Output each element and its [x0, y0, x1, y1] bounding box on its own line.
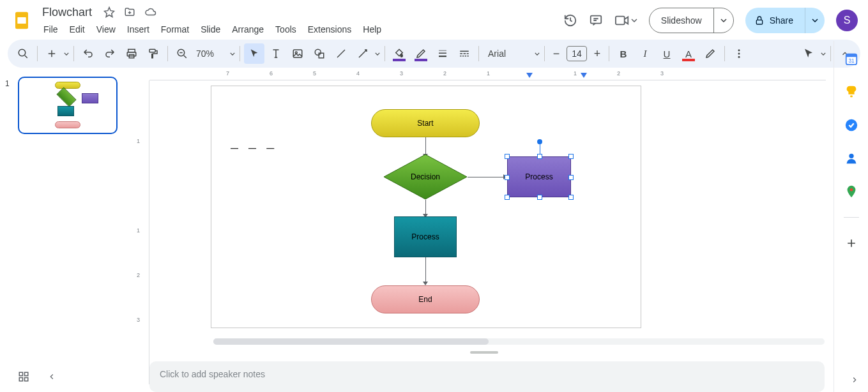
flowchart-end-shape[interactable]: End: [371, 285, 480, 313]
resize-handle-s[interactable]: [537, 195, 542, 200]
italic-button[interactable]: I: [635, 43, 655, 64]
select-tool[interactable]: [244, 43, 264, 64]
search-menus-button[interactable]: [13, 43, 33, 64]
paint-format-button[interactable]: [143, 43, 164, 64]
undo-button[interactable]: [78, 43, 98, 64]
flowchart-start-shape[interactable]: Start: [371, 109, 480, 137]
svg-rect-15: [439, 50, 446, 51]
menu-help[interactable]: Help: [358, 22, 386, 37]
speaker-notes[interactable]: Click to add speaker notes: [149, 361, 825, 392]
border-weight-button[interactable]: [432, 43, 453, 64]
more-tools-button[interactable]: [729, 43, 749, 64]
keep-icon[interactable]: [844, 84, 859, 100]
zoom-out-button[interactable]: [172, 43, 192, 64]
zoom-dropdown[interactable]: [229, 52, 236, 56]
flowchart-process-right-shape[interactable]: Process: [507, 156, 571, 197]
contacts-icon[interactable]: [844, 151, 859, 166]
font-family-select[interactable]: Arial: [483, 49, 521, 59]
zoom-level[interactable]: 70%: [194, 49, 217, 59]
doc-title[interactable]: Flowchart: [38, 4, 96, 20]
share-dropdown[interactable]: [805, 8, 825, 33]
menu-edit[interactable]: Edit: [65, 22, 90, 37]
svg-rect-32: [19, 378, 22, 381]
star-icon[interactable]: [103, 6, 115, 18]
menu-insert[interactable]: Insert: [122, 22, 155, 37]
tasks-icon[interactable]: [844, 117, 859, 133]
slide-thumbnail-1[interactable]: [18, 77, 118, 134]
border-dash-button[interactable]: [454, 43, 475, 64]
font-size-increase[interactable]: +: [590, 46, 605, 61]
resize-handle-n[interactable]: [537, 154, 542, 159]
slideshow-button[interactable]: Slideshow: [650, 8, 714, 33]
svg-rect-21: [467, 53, 469, 54]
prev-slide-button[interactable]: [47, 372, 56, 381]
share-button[interactable]: Share: [745, 8, 805, 33]
move-icon[interactable]: [124, 6, 135, 18]
image-tool[interactable]: [287, 43, 308, 64]
text-color-button[interactable]: A: [678, 43, 699, 64]
textbox-tool[interactable]: [266, 43, 286, 64]
svg-point-5: [19, 49, 26, 56]
calendar-icon[interactable]: 31: [844, 51, 859, 66]
hscroll-thumb[interactable]: [213, 338, 489, 345]
new-slide-dropdown[interactable]: [63, 52, 70, 56]
menu-view[interactable]: View: [91, 22, 121, 37]
resize-handle-w[interactable]: [505, 175, 510, 180]
print-button[interactable]: [121, 43, 142, 64]
svg-rect-22: [460, 56, 461, 57]
flowchart-process-down-shape[interactable]: Process: [394, 216, 457, 257]
menu-bar: File Edit View Insert Format Slide Arran…: [38, 22, 563, 37]
grid-view-button[interactable]: [18, 371, 29, 382]
font-size-decrease[interactable]: −: [549, 46, 564, 61]
slide-canvas[interactable]: — — — Start Decision Process: [211, 86, 641, 328]
dash-marks: — — —: [231, 140, 275, 155]
new-slide-button[interactable]: [42, 43, 62, 64]
menu-arrange[interactable]: Arrange: [227, 22, 269, 37]
ruler-marker-right[interactable]: [581, 73, 587, 78]
canvas-area[interactable]: 7 6 5 4 3 2 1 1 2 3 1 1 2 3 — — — Start: [134, 69, 834, 392]
connector-tool[interactable]: [353, 43, 373, 64]
cloud-status-icon[interactable]: [144, 6, 157, 18]
menu-format[interactable]: Format: [156, 22, 194, 37]
svg-rect-19: [460, 53, 462, 54]
menu-tools[interactable]: Tools: [270, 22, 301, 37]
resize-handle-ne[interactable]: [568, 154, 574, 159]
resize-handle-nw[interactable]: [505, 154, 510, 159]
menu-extensions[interactable]: Extensions: [303, 22, 356, 37]
horizontal-scrollbar[interactable]: [213, 338, 825, 345]
meet-icon[interactable]: [614, 13, 637, 27]
ruler-vertical[interactable]: 1 1 2 3: [134, 80, 149, 384]
resize-handle-se[interactable]: [568, 195, 574, 200]
editing-mode-button[interactable]: [798, 43, 819, 64]
ruler-horizontal[interactable]: 7 6 5 4 3 2 1 1 2 3: [149, 69, 826, 80]
bold-button[interactable]: B: [613, 43, 634, 64]
account-avatar[interactable]: S: [836, 10, 858, 31]
svg-rect-37: [850, 96, 853, 98]
hide-sidepanel-button[interactable]: [850, 375, 859, 384]
ruler-marker-left[interactable]: [526, 73, 533, 78]
editing-mode-dropdown[interactable]: [820, 52, 826, 56]
resize-handle-sw[interactable]: [505, 195, 510, 200]
shape-tool[interactable]: [309, 43, 330, 64]
history-icon[interactable]: [563, 13, 577, 27]
side-panel: 31: [834, 41, 868, 392]
notes-resize-handle[interactable]: [470, 351, 498, 354]
border-color-button[interactable]: [411, 43, 431, 64]
fill-color-button[interactable]: [389, 43, 409, 64]
highlight-button[interactable]: [700, 43, 720, 64]
underline-button[interactable]: U: [657, 43, 677, 64]
font-family-dropdown[interactable]: [534, 52, 540, 56]
addons-icon[interactable]: [844, 236, 859, 251]
line-dropdown[interactable]: [374, 52, 381, 56]
slideshow-dropdown[interactable]: [714, 8, 733, 33]
redo-button[interactable]: [100, 43, 120, 64]
slides-app-icon[interactable]: [10, 9, 33, 32]
flowchart-decision-shape[interactable]: Decision: [383, 154, 468, 200]
resize-handle-e[interactable]: [568, 175, 574, 180]
line-tool[interactable]: [331, 43, 351, 64]
menu-slide[interactable]: Slide: [195, 22, 225, 37]
font-size-input[interactable]: [567, 46, 587, 61]
maps-icon[interactable]: [844, 184, 859, 199]
comments-icon[interactable]: [589, 13, 603, 27]
menu-file[interactable]: File: [38, 22, 63, 37]
